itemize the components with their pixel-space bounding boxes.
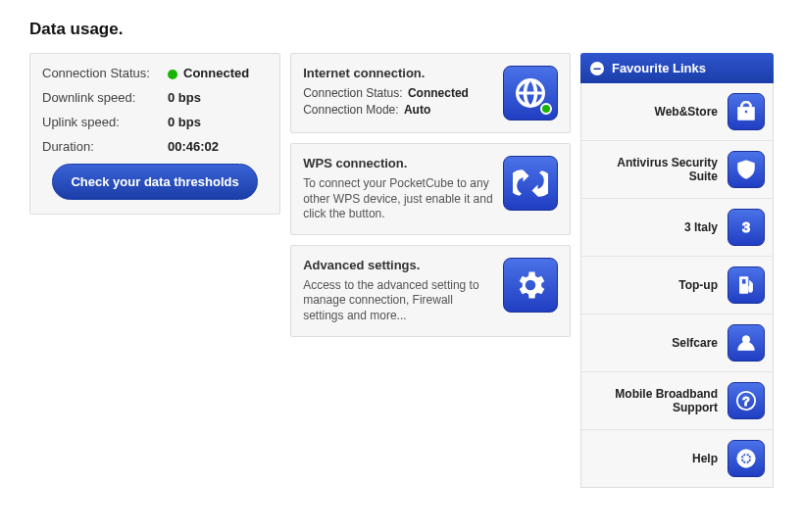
favourite-links-panel: − Favourite Links Web&StoreAntivirus Sec… xyxy=(580,53,774,488)
label: Connection Status: xyxy=(303,86,402,100)
label: Uplink speed: xyxy=(42,115,160,129)
svg-text:3: 3 xyxy=(742,219,750,235)
status-panel: Connection Status: Connected Downlink sp… xyxy=(29,53,280,215)
favourite-link-label: 3 Italy xyxy=(589,220,728,234)
favourite-link-item[interactable]: Help xyxy=(581,430,773,487)
favourite-link-item[interactable]: Antivirus Security Suite xyxy=(581,141,773,199)
label: Connection Status: xyxy=(42,66,160,80)
label: Duration: xyxy=(42,139,160,154)
row-uplink: Uplink speed: 0 bps xyxy=(42,115,268,129)
favourite-link-label: Mobile Broadband Support xyxy=(589,387,728,415)
bag-icon xyxy=(728,93,765,130)
question-icon: ? xyxy=(728,382,765,419)
value-text: Connected xyxy=(183,66,249,80)
status-online-dot-icon xyxy=(540,103,552,115)
tile-title: WPS connection. xyxy=(303,156,493,170)
user-card-icon xyxy=(728,324,765,362)
favourite-link-label: Top-up xyxy=(589,278,728,292)
value: Connected xyxy=(168,66,249,80)
row-duration: Duration: 00:46:02 xyxy=(42,139,268,154)
favourite-link-label: Help xyxy=(589,452,728,465)
status-online-dot-icon xyxy=(168,70,177,79)
row-connection-status: Connection Status: Connected xyxy=(42,66,268,80)
tile-row-mode: Connection Mode: Auto xyxy=(303,103,493,117)
tile-title: Advanced settings. xyxy=(303,258,493,272)
tile-desc: Access to the advanced setting to manage… xyxy=(303,278,493,324)
favourite-link-label: Web&Store xyxy=(589,105,728,119)
three-icon: 3 xyxy=(728,209,765,246)
globe-icon xyxy=(503,66,558,121)
page-title: Data usage. xyxy=(29,20,774,39)
label: Connection Mode: xyxy=(303,103,398,117)
favourite-link-item[interactable]: Selfcare xyxy=(581,314,773,372)
value: 0 bps xyxy=(168,115,201,129)
favourite-link-item[interactable]: 3 Italy3 xyxy=(581,199,773,257)
favourite-link-item[interactable]: Top-up xyxy=(581,257,773,314)
tile-wps-connection[interactable]: WPS connection. To connect your PocketCu… xyxy=(290,143,571,235)
favourite-links-header[interactable]: − Favourite Links xyxy=(580,53,774,83)
value: 0 bps xyxy=(168,90,201,105)
tile-desc: To connect your PocketCube to any other … xyxy=(303,176,493,222)
check-thresholds-button[interactable]: Check your data thresholds xyxy=(52,164,257,200)
favourite-link-item[interactable]: Mobile Broadband Support? xyxy=(581,372,773,430)
row-downlink: Downlink speed: 0 bps xyxy=(42,90,268,105)
shield-icon xyxy=(728,151,765,188)
value: Connected xyxy=(408,86,469,100)
lifebuoy-icon xyxy=(728,440,765,477)
fuel-icon xyxy=(728,266,765,304)
favourite-link-item[interactable]: Web&Store xyxy=(581,83,773,141)
tile-row-status: Connection Status: Connected xyxy=(303,86,493,100)
tile-advanced-settings[interactable]: Advanced settings. Access to the advance… xyxy=(290,245,571,337)
gear-icon xyxy=(503,258,558,313)
value: 00:46:02 xyxy=(168,139,219,154)
favourite-link-label: Selfcare xyxy=(589,336,728,350)
tile-title: Internet connection. xyxy=(303,66,493,80)
sync-arrows-icon xyxy=(503,156,558,211)
label: Downlink speed: xyxy=(42,90,160,105)
collapse-icon: − xyxy=(590,62,604,75)
header-text: Favourite Links xyxy=(612,61,706,75)
value: Auto xyxy=(404,103,430,117)
tile-internet-connection[interactable]: Internet connection. Connection Status: … xyxy=(290,53,571,133)
favourite-link-label: Antivirus Security Suite xyxy=(589,156,728,184)
svg-text:?: ? xyxy=(742,394,750,409)
